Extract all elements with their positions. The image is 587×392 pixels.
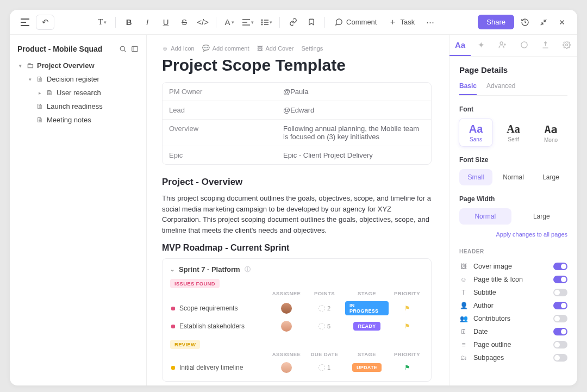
add-cover-action[interactable]: 🖼Add Cover — [257, 45, 294, 52]
option-label: Page title & Icon — [473, 276, 523, 283]
option-icon: 🗓 — [459, 328, 468, 335]
apply-all-link[interactable]: Apply changes to all pages — [459, 231, 567, 238]
toggle[interactable] — [553, 263, 567, 270]
size-small[interactable]: Small — [459, 169, 492, 185]
close-icon[interactable] — [554, 15, 570, 30]
table-row[interactable]: PM Owner@Paula — [163, 83, 431, 101]
panel-title: Page Details — [459, 65, 567, 74]
collapse-icon[interactable] — [536, 15, 551, 30]
size-normal[interactable]: Normal — [497, 169, 530, 185]
align-icon[interactable]: ▾ — [240, 15, 255, 30]
doc-icon: 🗎 — [46, 89, 53, 97]
font-option-serif[interactable]: AaSerif — [497, 119, 530, 146]
width-large[interactable]: Large — [516, 208, 568, 225]
chevron-down-icon: ⌄ — [170, 266, 174, 272]
chevron-down-icon: ▾ — [27, 77, 33, 82]
tab-comments-icon[interactable] — [514, 35, 535, 56]
col-headers: ASSIGNEE POINTS STAGE PRIORITY — [170, 288, 423, 298]
sidebar: Product - Mobile Squad ▾ 🗀 Project Overv… — [10, 35, 147, 385]
text-color[interactable]: A▾ — [222, 15, 237, 30]
toggle[interactable] — [553, 315, 567, 322]
option-icon: 👤 — [459, 302, 468, 309]
toggle[interactable] — [553, 302, 567, 309]
tab-export-icon[interactable] — [535, 35, 556, 56]
toggle[interactable] — [553, 341, 567, 349]
sprint-widget: ⌄ Sprint 7 - Platform ⓘ ISSUES FOUND ASS… — [162, 258, 432, 382]
section-heading[interactable]: MVP Roadmap - Current Sprint — [162, 243, 432, 253]
paragraph-style[interactable]: T▾ — [95, 15, 110, 30]
list-icon[interactable]: ▾ — [259, 15, 274, 30]
table-row[interactable]: OverviewFollowing annual planning, the M… — [163, 120, 431, 146]
undo-icon[interactable]: ↶ — [40, 17, 51, 28]
status-pill: REVIEW — [170, 340, 200, 349]
doc-icon: 🗎 — [36, 116, 43, 124]
task-row[interactable]: Initial delivery timeline 1 UPDATE ⚑ — [170, 359, 423, 376]
tab-advanced[interactable]: Advanced — [486, 82, 515, 95]
header-option: 👤 Author — [459, 299, 567, 312]
task-row[interactable]: Scope requirements 2 IN PROGRESS ⚑ — [170, 298, 423, 318]
avatar — [281, 303, 292, 314]
toolbar: ↶ T▾ B I U S </> A▾ ▾ ▾ Comment ＋Task ⋯ … — [10, 10, 577, 35]
menu-icon[interactable] — [17, 15, 33, 30]
code-icon[interactable]: </> — [195, 15, 210, 30]
option-label: Page outline — [473, 341, 511, 349]
history-icon[interactable] — [517, 15, 533, 30]
italic-icon[interactable]: I — [140, 15, 155, 30]
add-icon-action[interactable]: ☺Add Icon — [162, 45, 195, 52]
doc-actions: ☺Add Icon 💬Add comment 🖼Add Cover Settin… — [162, 45, 432, 52]
settings-action[interactable]: Settings — [302, 45, 323, 52]
font-option-sans[interactable]: AaSans — [459, 119, 492, 146]
width-normal[interactable]: Normal — [459, 208, 511, 225]
avatar — [281, 362, 292, 373]
more-icon[interactable]: ⋯ — [422, 15, 438, 30]
status-pill: ISSUES FOUND — [170, 279, 220, 288]
document: ☺Add Icon 💬Add comment 🖼Add Cover Settin… — [147, 35, 449, 385]
sprint-header[interactable]: ⌄ Sprint 7 - Platform ⓘ — [170, 265, 423, 273]
header-option: ☺ Page title & Icon — [459, 273, 567, 286]
flag-icon: ⚑ — [392, 304, 422, 312]
tree-item[interactable]: 🗎 Launch readiness — [25, 99, 141, 113]
underline-icon[interactable]: U — [158, 15, 173, 30]
task-button[interactable]: ＋Task — [384, 15, 419, 29]
option-label: Cover image — [473, 263, 512, 270]
toggle[interactable] — [553, 289, 567, 296]
table-row[interactable]: EpicEpic - Client Project Delivery — [163, 146, 431, 164]
font-option-mono[interactable]: AaMono — [534, 119, 567, 146]
chevron-right-icon: ▸ — [37, 90, 42, 96]
tab-basic[interactable]: Basic — [459, 82, 477, 95]
section-body[interactable]: This project scoping document outlines t… — [162, 193, 432, 235]
svg-point-6 — [521, 42, 527, 48]
tab-settings-icon[interactable] — [556, 35, 577, 56]
comment-button[interactable]: Comment — [330, 16, 381, 28]
section-heading[interactable]: Project - Overview — [162, 177, 432, 188]
tab-share-icon[interactable] — [492, 35, 513, 56]
toggle[interactable] — [553, 354, 567, 362]
tab-ai-icon[interactable]: ✦ — [471, 35, 492, 56]
toggle[interactable] — [553, 276, 567, 283]
tree-item[interactable]: ▸ 🗎 User research — [35, 86, 141, 99]
toggle[interactable] — [553, 328, 567, 335]
dot-icon — [171, 325, 175, 328]
svg-point-5 — [501, 42, 503, 45]
tree-item[interactable]: ▾ 🗎 Decision register — [25, 72, 141, 86]
size-label: Font Size — [459, 156, 567, 164]
font-label: Font — [459, 105, 567, 113]
panel-toggle-icon[interactable] — [131, 45, 139, 53]
bold-icon[interactable]: B — [121, 15, 136, 30]
search-icon[interactable] — [119, 45, 127, 53]
table-row[interactable]: Lead@Edward — [163, 101, 431, 120]
tree-item[interactable]: 🗎 Meeting notes — [25, 113, 141, 127]
size-large[interactable]: Large — [534, 169, 567, 185]
info-icon: ⓘ — [245, 265, 251, 273]
task-row[interactable]: Establish stakeholders 5 READY ⚑ — [170, 318, 423, 334]
add-comment-action[interactable]: 💬Add comment — [202, 45, 249, 52]
flag-icon: ⚑ — [392, 364, 422, 371]
link-icon[interactable] — [285, 15, 301, 30]
tab-typography[interactable]: Aa — [449, 35, 471, 56]
tree-root[interactable]: ▾ 🗀 Project Overview — [15, 59, 141, 72]
header-option: 🗂 Subpages — [459, 351, 567, 364]
share-button[interactable]: Share — [478, 15, 514, 29]
bookmark-icon[interactable] — [304, 15, 319, 30]
strike-icon[interactable]: S — [177, 15, 192, 30]
page-title[interactable]: Project Scope Template — [162, 56, 432, 74]
